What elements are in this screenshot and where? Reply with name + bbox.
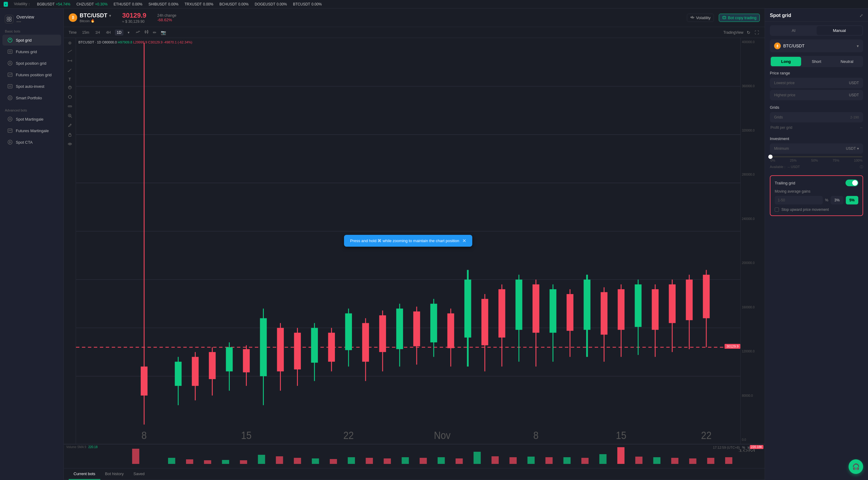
currency-selector[interactable]: USDT ▾ [846, 147, 859, 151]
trailing-toggle[interactable] [845, 180, 858, 186]
investment-input[interactable]: Minimum USDT ▾ [770, 143, 863, 154]
volatility-button[interactable]: Volatility [687, 14, 714, 22]
spot-grid-icon [7, 37, 13, 43]
trendline-icon[interactable] [67, 49, 72, 55]
dir-btn-neutral[interactable]: Neutral [832, 57, 862, 66]
tab-saved[interactable]: Saved [129, 469, 150, 480]
futures-grid-icon [7, 49, 13, 54]
grids-input[interactable]: Grids 2-190 [770, 112, 863, 122]
ma-gains-input[interactable]: 1-50 [775, 196, 823, 204]
candle-chart-icon[interactable] [144, 29, 150, 36]
sidebar-item-smart-portfolio[interactable]: Smart Portfolio [2, 92, 61, 103]
sidebar-item-spot-position[interactable]: Spot position grid [2, 58, 61, 69]
sidebar-item-futures-martingale[interactable]: Futures Martingale [2, 125, 61, 136]
ticker-item-4[interactable]: TRXUSDT 0.00% [184, 2, 213, 6]
slider-thumb[interactable] [768, 155, 773, 159]
price-main: 30129.9 [122, 11, 147, 20]
overview-label: Overview [17, 14, 34, 20]
lowest-price-currency: USDT [849, 81, 859, 85]
dir-btn-short[interactable]: Short [801, 57, 832, 66]
time-btn-1d[interactable]: 1D [115, 29, 123, 36]
fullscreen-icon[interactable]: ⛶ [754, 29, 760, 36]
expand-icon[interactable]: ⤢ [860, 13, 863, 18]
ticker-volatility-label: Volatility： [14, 2, 31, 7]
ticker-item-3[interactable]: SHIBUSDT 0.00% [149, 2, 179, 6]
pair-dropdown-arrow[interactable]: ▾ [109, 13, 111, 18]
camera-icon[interactable]: 📷 [160, 29, 167, 36]
ticker-change-5: 0.00% [238, 2, 249, 6]
mode-tab-manual[interactable]: Manual [817, 26, 863, 35]
lowest-price-input[interactable]: Lowest price USDT [770, 78, 863, 88]
y-label-1: 360000.0 [742, 85, 764, 88]
ticker-item-0[interactable]: BGBUSDT +54.74% [37, 2, 70, 6]
tab-bot-history[interactable]: Bot history [100, 469, 129, 480]
time-expand-btn[interactable]: ▾ [126, 29, 131, 36]
brush-icon[interactable] [67, 68, 72, 73]
svg-rect-115 [276, 456, 283, 464]
eye-icon[interactable] [67, 141, 72, 147]
mark-75: 75% [833, 159, 839, 162]
investment-slider[interactable]: 0% 25% 50% 75% 100% [770, 156, 863, 162]
crosshair-icon[interactable]: ⊕ [68, 40, 72, 45]
info-icon[interactable]: ⓘ [860, 165, 863, 169]
ticker-item-5[interactable]: BCHUSDT 0.00% [219, 2, 249, 6]
svg-rect-50 [277, 328, 284, 371]
ticker-item-2[interactable]: ETHUSDT 0.00% [114, 2, 143, 6]
minimum-label: Minimum [774, 147, 789, 151]
trailing-header: Trailing grid [775, 180, 858, 186]
svg-rect-60 [362, 323, 369, 361]
spot-position-label: Spot position grid [16, 61, 46, 66]
right-panel-header: Spot grid ⤢ [765, 8, 868, 22]
sidebar-item-spot-auto-invest[interactable]: Spot auto-invest [2, 81, 61, 92]
ticker-item-6[interactable]: DOGEUSDT 0.00% [255, 2, 287, 6]
time-btn-1h[interactable]: 1H [94, 29, 102, 36]
line-chart-icon[interactable] [135, 29, 141, 36]
ma-preset-3pct[interactable]: 3% [831, 196, 843, 204]
bot-copy-trading-button[interactable]: Bot copy trading [719, 14, 760, 22]
tooltip-close-button[interactable]: ✕ [462, 238, 466, 244]
stop-upward-row: Stop upward price movement [775, 207, 858, 212]
ticker-item-1[interactable]: CHZUSDT +0.30% [76, 2, 107, 6]
ruler-icon[interactable] [67, 104, 72, 110]
zoom-in-icon[interactable] [67, 113, 72, 119]
nav-arrow[interactable]: › [4, 2, 8, 7]
sidebar-item-futures-position[interactable]: Futures position grid [2, 69, 61, 80]
svg-rect-127 [491, 456, 499, 464]
shape-icon[interactable] [67, 85, 72, 91]
time-btn-4h[interactable]: 4H [104, 29, 113, 36]
stop-checkbox[interactable] [775, 207, 779, 212]
sidebar-overview[interactable]: Overview •••• [0, 12, 64, 27]
ticker-change-6: 0.00% [277, 2, 287, 6]
ma-preset-5pct[interactable]: 5% [846, 196, 858, 204]
time-btn-15m[interactable]: 15m [80, 29, 91, 36]
support-button[interactable]: 🎧 [848, 459, 863, 474]
y-label-6: 160000.0 [742, 306, 764, 309]
mode-tab-ai[interactable]: AI [771, 26, 817, 35]
ma-gains-row: 1-50 % 3% 5% [775, 196, 858, 204]
dir-btn-long[interactable]: Long [771, 57, 801, 66]
highest-price-input[interactable]: Highest price USDT [770, 90, 863, 100]
svg-rect-120 [366, 458, 373, 464]
pair-selector[interactable]: ₿ BTC/USDT ▾ [770, 39, 863, 52]
svg-rect-110 [186, 459, 193, 464]
sidebar-item-futures-grid[interactable]: Futures grid [2, 46, 61, 57]
pencil2-icon[interactable] [67, 123, 72, 129]
ticker-change-7: 0.00% [312, 2, 322, 6]
volume-section: Volume SMA 9 220.18 220.18K [64, 444, 765, 468]
text-icon[interactable]: T [69, 77, 71, 82]
svg-text:8: 8 [142, 429, 147, 441]
sidebar-item-spot-grid[interactable]: Spot grid [2, 35, 61, 45]
tab-current-bots[interactable]: Current bots [69, 469, 100, 480]
sidebar-item-spot-cta[interactable]: Spot CTA [2, 137, 61, 148]
sidebar-item-spot-martingale[interactable]: Spot Martingale [2, 114, 61, 125]
highest-price-label: Highest price [774, 93, 795, 97]
pen-icon[interactable]: ✏ [152, 29, 157, 36]
chart-main[interactable]: BTCUSDT · 1D O80000.0 H97909.8 L29999.9 … [76, 38, 740, 444]
ticker-item-7[interactable]: BTCUSDT 0.00% [293, 2, 322, 6]
y-label-3: 280000.0 [742, 173, 764, 176]
chart-tools: ✏ 📷 [135, 29, 167, 36]
horizontal-line-icon[interactable] [67, 58, 72, 64]
refresh-icon[interactable]: ↻ [746, 29, 751, 36]
measure-icon[interactable] [67, 94, 72, 100]
lock-icon[interactable] [67, 132, 72, 138]
